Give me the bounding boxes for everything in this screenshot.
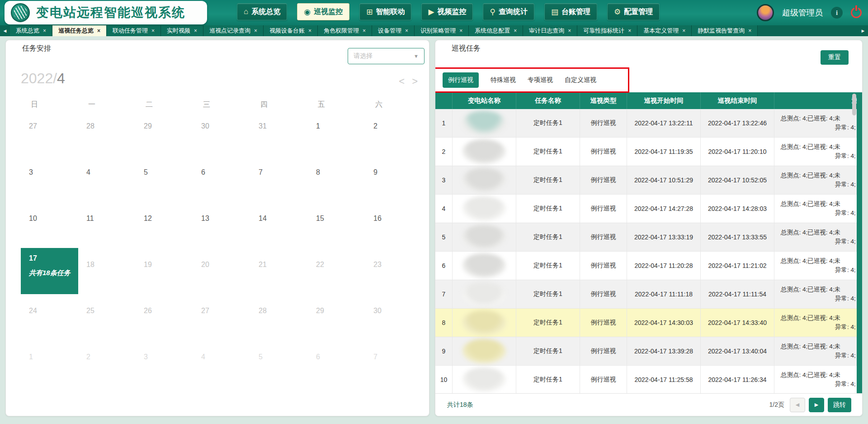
jump-page-button[interactable]: 跳转 bbox=[828, 398, 851, 412]
tab-close-icon[interactable]: × bbox=[97, 28, 100, 34]
tabs-scroll-right-icon[interactable]: ► bbox=[858, 25, 868, 36]
type-tab-自定义巡视[interactable]: 自定义巡视 bbox=[565, 76, 596, 84]
calendar-day-30[interactable]: 30 bbox=[193, 110, 250, 156]
type-tab-特殊巡视[interactable]: 特殊巡视 bbox=[491, 76, 516, 84]
next-page-button[interactable]: ▶ bbox=[809, 398, 824, 412]
table-row[interactable]: 6定时任务1例行巡视2022-04-17 11:20:282022-04-17 … bbox=[435, 252, 863, 280]
nav-item-巡视监控[interactable]: ◉巡视监控 bbox=[297, 3, 349, 20]
tab-close-icon[interactable]: × bbox=[405, 28, 408, 34]
calendar-day-6[interactable]: 6 bbox=[193, 156, 250, 202]
calendar-day-27[interactable]: 27 bbox=[21, 110, 78, 156]
table-row[interactable]: 4定时任务1例行巡视2022-04-17 14:27:282022-04-17 … bbox=[435, 195, 863, 223]
calendar-next-icon[interactable]: > bbox=[412, 76, 418, 86]
calendar-day-18[interactable]: 18 bbox=[78, 248, 136, 294]
tab-巡视任务总览[interactable]: 巡视任务总览× bbox=[52, 25, 107, 36]
table-row[interactable]: 5定时任务1例行巡视2022-04-17 13:33:192022-04-17 … bbox=[435, 223, 863, 252]
tab-巡视点记录查询[interactable]: 巡视点记录查询× bbox=[203, 25, 264, 36]
table-row[interactable]: 10定时任务1例行巡视2022-04-17 11:25:582022-04-17… bbox=[435, 366, 863, 394]
calendar-day-29[interactable]: 29 bbox=[308, 294, 365, 340]
reset-button[interactable]: 重置 bbox=[821, 50, 849, 65]
tab-close-icon[interactable]: × bbox=[308, 28, 311, 34]
calendar-day-21[interactable]: 21 bbox=[250, 248, 308, 294]
tab-实时视频[interactable]: 实时视频× bbox=[161, 25, 203, 36]
tab-close-icon[interactable]: × bbox=[748, 28, 751, 34]
tab-设备管理[interactable]: 设备管理× bbox=[372, 25, 415, 36]
calendar-day-7[interactable]: 7 bbox=[365, 340, 423, 386]
tab-close-icon[interactable]: × bbox=[459, 28, 462, 34]
calendar-prev-icon[interactable]: < bbox=[399, 76, 405, 86]
table-scrollbar-track[interactable] bbox=[857, 92, 862, 394]
tab-close-icon[interactable]: × bbox=[151, 28, 155, 34]
calendar-day-13[interactable]: 13 bbox=[193, 202, 250, 248]
table-row[interactable]: 8定时任务1例行巡视2022-04-17 14:30:032022-04-17 … bbox=[435, 309, 863, 337]
calendar-day-9[interactable]: 9 bbox=[365, 156, 423, 202]
calendar-day-2[interactable]: 2 bbox=[78, 340, 136, 386]
calendar-day-3[interactable]: 3 bbox=[21, 156, 78, 202]
calendar-day-30[interactable]: 30 bbox=[365, 294, 423, 340]
tab-close-icon[interactable]: × bbox=[682, 28, 685, 34]
tab-审计日志查询[interactable]: 审计日志查询× bbox=[523, 25, 577, 36]
tab-close-icon[interactable]: × bbox=[628, 28, 631, 34]
calendar-day-5[interactable]: 5 bbox=[136, 156, 193, 202]
calendar-day-16[interactable]: 16 bbox=[365, 202, 423, 248]
calendar-day-25[interactable]: 25 bbox=[78, 294, 136, 340]
table-row[interactable]: 2定时任务1例行巡视2022-04-17 11:19:352022-04-17 … bbox=[435, 138, 863, 166]
station-select-dropdown[interactable]: 请选择 ▼ bbox=[348, 48, 425, 64]
table-row[interactable]: 3定时任务1例行巡视2022-04-17 10:51:292022-04-17 … bbox=[435, 166, 863, 195]
type-tab-专项巡视[interactable]: 专项巡视 bbox=[528, 76, 553, 84]
nav-item-台账管理[interactable]: ▤台账管理 bbox=[544, 3, 597, 20]
tab-视频设备台账[interactable]: 视频设备台账× bbox=[264, 25, 318, 36]
table-scrollbar-thumb[interactable] bbox=[852, 94, 856, 115]
calendar-day-27[interactable]: 27 bbox=[193, 294, 250, 340]
nav-item-查询统计[interactable]: ⚲查询统计 bbox=[483, 3, 534, 20]
calendar-day-7[interactable]: 7 bbox=[250, 156, 308, 202]
calendar-day-15[interactable]: 15 bbox=[308, 202, 365, 248]
tab-联动任务管理[interactable]: 联动任务管理× bbox=[107, 25, 161, 36]
calendar-day-3[interactable]: 3 bbox=[136, 340, 193, 386]
nav-item-系统总览[interactable]: ⌂系统总览 bbox=[237, 3, 287, 20]
nav-item-智能联动[interactable]: ⊞智能联动 bbox=[359, 3, 411, 20]
calendar-day-23[interactable]: 23 bbox=[365, 248, 423, 294]
calendar-day-5[interactable]: 5 bbox=[250, 340, 308, 386]
calendar-day-17[interactable]: 17共有18条任务 bbox=[21, 248, 78, 294]
calendar-day-8[interactable]: 8 bbox=[308, 156, 365, 202]
calendar-day-14[interactable]: 14 bbox=[250, 202, 308, 248]
tab-close-icon[interactable]: × bbox=[568, 28, 571, 34]
tab-close-icon[interactable]: × bbox=[254, 28, 257, 34]
tabs-scroll-left-icon[interactable]: ◄ bbox=[0, 25, 10, 36]
tab-识别策略管理[interactable]: 识别策略管理× bbox=[415, 25, 469, 36]
calendar-day-20[interactable]: 20 bbox=[193, 248, 250, 294]
calendar-day-10[interactable]: 10 bbox=[21, 202, 78, 248]
prev-page-button[interactable]: ◀ bbox=[790, 398, 805, 412]
nav-item-视频监控[interactable]: ▶视频监控 bbox=[421, 3, 473, 20]
calendar-day-19[interactable]: 19 bbox=[136, 248, 193, 294]
calendar-day-1[interactable]: 1 bbox=[308, 110, 365, 156]
tab-可靠性指标统计[interactable]: 可靠性指标统计× bbox=[577, 25, 637, 36]
calendar-day-1[interactable]: 1 bbox=[21, 340, 78, 386]
tab-close-icon[interactable]: × bbox=[363, 28, 366, 34]
table-row[interactable]: 7定时任务1例行巡视2022-04-17 11:11:182022-04-17 … bbox=[435, 280, 863, 309]
tab-系统信息配置[interactable]: 系统信息配置× bbox=[469, 25, 523, 36]
calendar-day-4[interactable]: 4 bbox=[193, 340, 250, 386]
tab-角色权限管理[interactable]: 角色权限管理× bbox=[318, 25, 372, 36]
calendar-day-26[interactable]: 26 bbox=[136, 294, 193, 340]
calendar-day-2[interactable]: 2 bbox=[365, 110, 423, 156]
table-row[interactable]: 1定时任务1例行巡视2022-04-17 13:22:112022-04-17 … bbox=[435, 109, 863, 138]
calendar-day-28[interactable]: 28 bbox=[78, 110, 136, 156]
calendar-day-12[interactable]: 12 bbox=[136, 202, 193, 248]
logout-power-icon[interactable] bbox=[851, 7, 862, 18]
tab-系统总览[interactable]: 系统总览× bbox=[10, 25, 52, 36]
tab-close-icon[interactable]: × bbox=[43, 28, 46, 34]
tab-close-icon[interactable]: × bbox=[514, 28, 517, 34]
tab-基本定义管理[interactable]: 基本定义管理× bbox=[637, 25, 692, 36]
calendar-day-28[interactable]: 28 bbox=[250, 294, 308, 340]
info-icon[interactable]: i bbox=[831, 7, 843, 19]
calendar-day-29[interactable]: 29 bbox=[136, 110, 193, 156]
calendar-day-22[interactable]: 22 bbox=[308, 248, 365, 294]
tab-close-icon[interactable]: × bbox=[194, 28, 197, 34]
calendar-day-11[interactable]: 11 bbox=[78, 202, 136, 248]
user-avatar[interactable] bbox=[757, 4, 774, 21]
calendar-day-24[interactable]: 24 bbox=[21, 294, 78, 340]
calendar-day-6[interactable]: 6 bbox=[308, 340, 365, 386]
table-row[interactable]: 9定时任务1例行巡视2022-04-17 13:39:282022-04-17 … bbox=[435, 337, 863, 366]
